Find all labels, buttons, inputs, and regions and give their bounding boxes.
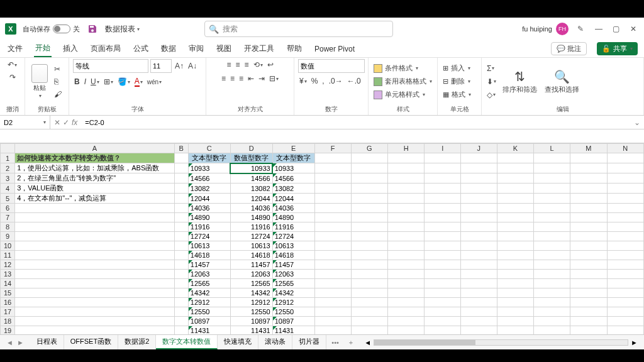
cell-H1[interactable]	[388, 153, 425, 163]
cell-F16[interactable]	[314, 298, 351, 307]
cell-H7[interactable]	[388, 213, 425, 222]
cell-N2[interactable]	[607, 163, 643, 173]
cell-N16[interactable]	[607, 298, 643, 307]
cell-L15[interactable]	[534, 288, 570, 298]
col-header-I[interactable]: I	[425, 144, 460, 153]
sort-filter-button[interactable]: ⇅ 排序和筛选	[500, 69, 540, 94]
cell-E13[interactable]: 12063	[272, 270, 314, 279]
cell-D16[interactable]: 12912	[230, 298, 272, 307]
align-bottom-button[interactable]: ≡	[243, 59, 250, 70]
col-header-F[interactable]: F	[314, 144, 351, 153]
cell-F8[interactable]	[314, 222, 351, 232]
cell-M15[interactable]	[570, 288, 608, 298]
cell-L9[interactable]	[534, 232, 570, 241]
cell-B3[interactable]	[174, 173, 188, 184]
col-header-M[interactable]: M	[570, 144, 608, 153]
cell-D19[interactable]: 11431	[230, 326, 272, 335]
cell-I11[interactable]	[425, 251, 460, 260]
cell-M9[interactable]	[570, 232, 608, 241]
col-header-B[interactable]: B	[174, 144, 188, 153]
cell-G9[interactable]	[351, 232, 387, 241]
cell-N10[interactable]	[607, 241, 643, 251]
cell-B8[interactable]	[174, 222, 188, 232]
cell-G19[interactable]	[351, 326, 387, 335]
cell-J18[interactable]	[460, 317, 497, 326]
close-icon[interactable]: ✕	[630, 25, 639, 33]
cell-E14[interactable]: 12565	[272, 279, 314, 288]
cell-K2[interactable]	[497, 163, 533, 173]
cell-M3[interactable]	[570, 173, 608, 184]
underline-button[interactable]: U▾	[89, 76, 101, 87]
cell-C4[interactable]: 13082	[188, 184, 230, 194]
cell-C14[interactable]: 12565	[188, 279, 230, 288]
tab-review[interactable]: 审阅	[187, 41, 205, 57]
user-account[interactable]: fu huiping FH	[522, 23, 569, 35]
cell-B5[interactable]	[174, 194, 188, 204]
cell-K17[interactable]	[497, 307, 533, 317]
fill-button[interactable]: ⬇▾	[486, 76, 497, 87]
cell-M14[interactable]	[570, 279, 608, 288]
cell-D1[interactable]: 数值型数字	[230, 153, 272, 163]
decrease-indent-button[interactable]: ⇤	[247, 73, 255, 84]
row-header-19[interactable]: 19	[1, 326, 15, 335]
cell-J9[interactable]	[460, 232, 497, 241]
cell-L13[interactable]	[534, 270, 570, 279]
tab-powerpivot[interactable]: Power Pivot	[313, 42, 356, 56]
cell-I8[interactable]	[425, 222, 460, 232]
cell-L7[interactable]	[534, 213, 570, 222]
cell-A2[interactable]: 1，使用公式运算，比如：加减乘除，ABS函数	[15, 163, 174, 173]
cell-H10[interactable]	[388, 241, 425, 251]
cell-E10[interactable]: 10613	[272, 241, 314, 251]
cell-N8[interactable]	[607, 222, 643, 232]
cell-N14[interactable]	[607, 279, 643, 288]
cell-H17[interactable]	[388, 307, 425, 317]
formula-input[interactable]	[81, 116, 630, 129]
cell-C1[interactable]: 文本型数字	[188, 153, 230, 163]
row-header-18[interactable]: 18	[1, 317, 15, 326]
cell-K3[interactable]	[497, 173, 533, 184]
autosum-button[interactable]: Σ▾	[486, 63, 497, 74]
cell-F9[interactable]	[314, 232, 351, 241]
cell-C8[interactable]: 11916	[188, 222, 230, 232]
wrap-text-button[interactable]: ↩	[266, 59, 275, 70]
cell-K18[interactable]	[497, 317, 533, 326]
cell-J5[interactable]	[460, 194, 497, 204]
cell-F6[interactable]	[314, 204, 351, 213]
col-header-C[interactable]: C	[188, 144, 230, 153]
cell-G6[interactable]	[351, 204, 387, 213]
cell-D17[interactable]: 12550	[230, 307, 272, 317]
cell-F3[interactable]	[314, 173, 351, 184]
cell-H12[interactable]	[388, 260, 425, 270]
row-header-13[interactable]: 13	[1, 270, 15, 279]
cell-A12[interactable]	[15, 260, 174, 270]
align-middle-button[interactable]: ≡	[234, 59, 241, 70]
format-cells-button[interactable]: ▦ 格式▾	[441, 89, 472, 101]
row-header-12[interactable]: 12	[1, 260, 15, 270]
cell-A15[interactable]	[15, 288, 174, 298]
cell-F5[interactable]	[314, 194, 351, 204]
cell-E18[interactable]: 10897	[272, 317, 314, 326]
tab-developer[interactable]: 开发工具	[243, 41, 275, 57]
cell-F14[interactable]	[314, 279, 351, 288]
cell-L14[interactable]	[534, 279, 570, 288]
increase-indent-button[interactable]: ⇥	[257, 73, 266, 84]
cell-N13[interactable]	[607, 270, 643, 279]
cell-C6[interactable]: 14036	[188, 204, 230, 213]
cell-M11[interactable]	[570, 251, 608, 260]
tab-data[interactable]: 数据	[160, 41, 177, 57]
cell-H15[interactable]	[388, 288, 425, 298]
cell-D2[interactable]: 10933	[230, 163, 272, 173]
cell-D12[interactable]: 11457	[230, 260, 272, 270]
cell-C16[interactable]: 12912	[188, 298, 230, 307]
cell-L2[interactable]	[534, 163, 570, 173]
number-format-select[interactable]	[298, 59, 365, 73]
cell-L12[interactable]	[534, 260, 570, 270]
cell-M10[interactable]	[570, 241, 608, 251]
tab-layout[interactable]: 页面布局	[89, 41, 122, 57]
cell-K14[interactable]	[497, 279, 533, 288]
cell-N7[interactable]	[607, 213, 643, 222]
col-header-N[interactable]: N	[607, 144, 643, 153]
align-center-button[interactable]: ≡	[229, 73, 236, 84]
cell-J10[interactable]	[460, 241, 497, 251]
tab-view[interactable]: 视图	[215, 41, 233, 57]
